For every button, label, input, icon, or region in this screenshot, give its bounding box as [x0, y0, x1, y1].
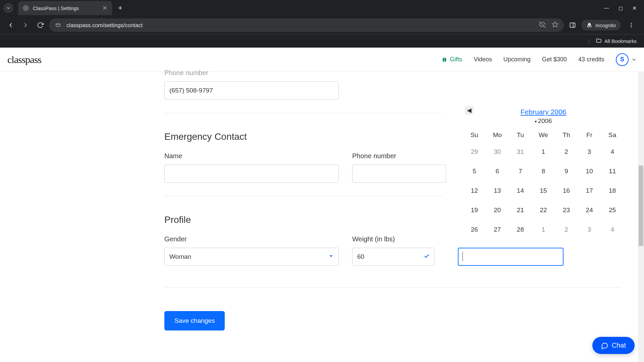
- weight-input[interactable]: [352, 248, 434, 266]
- tab-bar: ClassPass | Settings ✕ + — ◻ ✕: [0, 0, 644, 16]
- calendar-day[interactable]: 1: [532, 142, 555, 162]
- calendar-day[interactable]: 31: [509, 142, 532, 162]
- calendar-day[interactable]: 2: [555, 220, 578, 239]
- tab-search-button[interactable]: [3, 3, 13, 13]
- calendar-day[interactable]: 26: [463, 220, 486, 239]
- browser-chrome: ClassPass | Settings ✕ + — ◻ ✕ classpass…: [0, 0, 644, 48]
- reload-button[interactable]: [34, 19, 46, 31]
- tab-favicon: [23, 5, 29, 11]
- svg-point-6: [587, 25, 589, 27]
- close-window-button[interactable]: ✕: [632, 5, 637, 11]
- nav-referral[interactable]: Get $300: [542, 56, 567, 63]
- calendar-day[interactable]: 15: [532, 181, 555, 200]
- address-bar[interactable]: classpass.com/settings/contact: [49, 18, 564, 32]
- divider: [164, 196, 443, 196]
- svg-rect-14: [444, 59, 444, 62]
- maximize-button[interactable]: ◻: [619, 5, 623, 11]
- calendar-day[interactable]: 3: [578, 142, 601, 162]
- scroll-area: Phone number Emergency Contact Name Phon…: [0, 72, 644, 362]
- calendar-day[interactable]: 17: [578, 181, 601, 200]
- scrollbar-track[interactable]: [638, 72, 644, 362]
- site-info-icon[interactable]: [54, 21, 62, 29]
- address-bar-row: classpass.com/settings/contact Incognito: [0, 16, 644, 34]
- calendar-day[interactable]: 14: [509, 181, 532, 200]
- calendar-day[interactable]: 8: [532, 162, 555, 181]
- logo[interactable]: classpass: [7, 54, 41, 65]
- incognito-badge[interactable]: Incognito: [581, 20, 621, 31]
- calendar-day[interactable]: 27: [486, 220, 509, 239]
- chevron-down-icon: [631, 57, 637, 62]
- chat-button[interactable]: Chat: [592, 337, 635, 354]
- calendar-day[interactable]: 12: [463, 181, 486, 200]
- side-panel-button[interactable]: [567, 19, 579, 31]
- calendar-prev-button[interactable]: ◀: [465, 106, 474, 115]
- nav-upcoming[interactable]: Upcoming: [503, 56, 531, 63]
- calendar-day[interactable]: 5: [463, 162, 486, 181]
- svg-marker-3: [552, 22, 558, 27]
- calendar-day[interactable]: 20: [486, 200, 509, 220]
- calendar-day[interactable]: 29: [463, 142, 486, 162]
- calendar-dow: Th: [555, 128, 578, 142]
- weight-label: Weight (in lbs): [352, 235, 434, 243]
- minimize-button[interactable]: —: [604, 5, 609, 11]
- gender-label: Gender: [164, 235, 339, 243]
- nav-gifts[interactable]: Gifts: [442, 56, 462, 63]
- emergency-name-input[interactable]: [164, 165, 339, 183]
- calendar-day[interactable]: 4: [601, 142, 624, 162]
- calendar-day[interactable]: 10: [578, 162, 601, 181]
- svg-point-15: [443, 58, 444, 59]
- divider: [164, 113, 443, 113]
- calendar-day[interactable]: 13: [486, 181, 509, 200]
- date-input[interactable]: [458, 248, 564, 266]
- back-button[interactable]: [5, 19, 17, 31]
- svg-rect-4: [570, 23, 575, 27]
- calendar-day[interactable]: 19: [463, 200, 486, 220]
- calendar-dow: Tu: [509, 128, 532, 142]
- calendar-day[interactable]: 2: [555, 142, 578, 162]
- svg-point-11: [631, 26, 632, 27]
- calendar-day[interactable]: 1: [532, 220, 555, 239]
- calendar-dow: Sa: [601, 128, 624, 142]
- eye-off-icon[interactable]: [539, 21, 546, 29]
- forward-button[interactable]: [19, 19, 32, 31]
- calendar-title[interactable]: February 2006: [521, 108, 567, 116]
- header-nav: Gifts Videos Upcoming Get $300 43 credit…: [442, 53, 637, 66]
- tab-close-button[interactable]: ✕: [102, 4, 107, 12]
- calendar-day[interactable]: 30: [486, 142, 509, 162]
- nav-gifts-label: Gifts: [450, 56, 462, 63]
- url-text: classpass.com/settings/contact: [66, 22, 534, 28]
- calendar-dow: Fr: [578, 128, 601, 142]
- calendar-day[interactable]: 25: [601, 200, 624, 220]
- calendar-day[interactable]: 28: [509, 220, 532, 239]
- calendar-day[interactable]: 4: [601, 220, 624, 239]
- save-changes-button[interactable]: Save changes: [164, 311, 225, 330]
- browser-tab[interactable]: ClassPass | Settings ✕: [18, 1, 112, 15]
- chat-label: Chat: [612, 342, 626, 349]
- calendar-day[interactable]: 24: [578, 200, 601, 220]
- browser-menu-button[interactable]: [625, 19, 637, 31]
- calendar-day[interactable]: 3: [578, 220, 601, 239]
- all-bookmarks-link[interactable]: All Bookmarks: [604, 38, 637, 44]
- calendar-day[interactable]: 16: [555, 181, 578, 200]
- gender-select[interactable]: [164, 248, 339, 266]
- calendar-day[interactable]: 7: [509, 162, 532, 181]
- new-tab-button[interactable]: +: [118, 4, 122, 12]
- bookmark-star-icon[interactable]: [552, 21, 558, 29]
- emergency-phone-input[interactable]: [352, 165, 446, 183]
- divider: [164, 287, 621, 288]
- calendar-day[interactable]: 9: [555, 162, 578, 181]
- calendar-day[interactable]: 22: [532, 200, 555, 220]
- calendar-dow: Mo: [486, 128, 509, 142]
- nav-videos[interactable]: Videos: [474, 56, 492, 63]
- calendar-day[interactable]: 23: [555, 200, 578, 220]
- calendar-day[interactable]: 21: [509, 200, 532, 220]
- tab-title: ClassPass | Settings: [33, 5, 98, 11]
- calendar-day[interactable]: 11: [601, 162, 624, 181]
- scrollbar-thumb[interactable]: [639, 166, 643, 246]
- phone-label: Phone number: [164, 69, 627, 77]
- calendar-day[interactable]: 6: [486, 162, 509, 181]
- account-menu[interactable]: S: [616, 53, 637, 66]
- calendar-day[interactable]: 18: [601, 181, 624, 200]
- nav-credits[interactable]: 43 credits: [578, 56, 604, 63]
- phone-input[interactable]: [164, 81, 339, 100]
